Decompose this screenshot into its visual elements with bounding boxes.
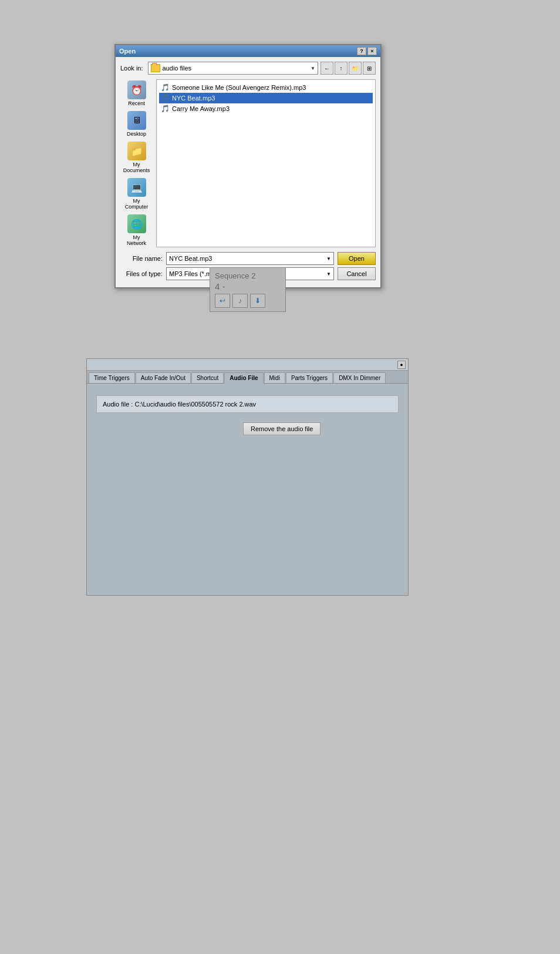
tab-parts-triggers[interactable]: Parts Triggers: [286, 372, 333, 383]
properties-panel: ● Time Triggers Auto Fade In/Out Shortcu…: [86, 358, 409, 596]
file-name-row: File name: NYC Beat.mp3 ▼ Open: [120, 252, 376, 265]
look-in-dropdown[interactable]: audio files ▼: [148, 62, 318, 75]
open-dialog: Open ? × Look in: audio files ▼ ← ↑ 📁 ⊞: [114, 44, 382, 288]
dialog-sidebar: Recent Desktop My Documents My Computer …: [120, 79, 153, 247]
file-name: Someone Like Me (Soul Avengerz Remix).mp…: [172, 84, 306, 91]
tab-shortcut[interactable]: Shortcut: [191, 372, 224, 383]
tab-midi[interactable]: Midi: [264, 372, 285, 383]
mycomp-icon: [127, 178, 146, 197]
remove-audio-button[interactable]: Remove the audio file: [243, 422, 321, 435]
desktop-icon: [127, 111, 146, 130]
file-list-area[interactable]: 🎵 Someone Like Me (Soul Avengerz Remix).…: [156, 79, 376, 247]
tab-dmx-in-dimmer[interactable]: DMX In Dimmer: [333, 372, 386, 383]
filetype-arrow-icon: ▼: [326, 271, 331, 277]
look-in-value: audio files: [163, 65, 309, 72]
sequence-controls: ↩ ♪ ⬇: [215, 294, 281, 308]
back-button[interactable]: ←: [321, 62, 333, 75]
sidebar-desktop-label: Desktop: [127, 131, 146, 137]
filename-arrow-icon: ▼: [326, 256, 331, 261]
file-item[interactable]: 🎵 Someone Like Me (Soul Avengerz Remix).…: [159, 82, 373, 93]
file-icon: 🎵: [161, 94, 170, 102]
dialog-titlebar: Open ? ×: [116, 45, 380, 57]
up-button[interactable]: ↑: [335, 62, 348, 75]
dialog-title: Open: [119, 48, 136, 55]
recent-icon: [127, 80, 146, 99]
help-button[interactable]: ?: [357, 47, 366, 55]
open-button[interactable]: Open: [338, 252, 376, 265]
sequence-number: 4 -: [215, 281, 281, 291]
close-button[interactable]: ×: [367, 47, 377, 55]
tab-auto-fade[interactable]: Auto Fade In/Out: [136, 372, 191, 383]
file-name-label: File name:: [120, 255, 163, 262]
close-icon: ●: [400, 362, 403, 368]
files-of-type-label: Files of type:: [120, 270, 163, 277]
file-name: NYC Beat.mp3: [172, 95, 215, 102]
tab-audio-file[interactable]: Audio File: [224, 372, 263, 384]
sidebar-item-recent[interactable]: Recent: [122, 79, 151, 108]
look-in-row: Look in: audio files ▼ ← ↑ 📁 ⊞: [120, 62, 376, 75]
folder-icon: [151, 64, 160, 72]
panel-content: Audio file : C:\Lucid\audio files\005505…: [87, 384, 408, 595]
tab-time-triggers[interactable]: Time Triggers: [89, 372, 135, 383]
sidebar-item-mydocs[interactable]: My Documents: [122, 140, 151, 174]
sidebar-mydocs-label: My Documents: [123, 162, 150, 173]
file-name: Carry Me Away.mp3: [172, 105, 230, 112]
dropdown-arrow-icon: ▼: [311, 66, 315, 71]
views-button[interactable]: ⊞: [363, 62, 376, 75]
audio-file-label: Audio file :: [103, 401, 133, 408]
undo-button[interactable]: ↩: [215, 294, 230, 308]
sidebar-recent-label: Recent: [128, 100, 145, 106]
sidebar-mynet-label: My Network: [123, 234, 150, 246]
download-button[interactable]: ⬇: [250, 294, 265, 308]
file-name-input[interactable]: NYC Beat.mp3 ▼: [166, 252, 334, 265]
look-in-label: Look in:: [120, 65, 143, 72]
audio-file-display: Audio file : C:\Lucid\audio files\005505…: [96, 395, 399, 413]
sidebar-item-desktop[interactable]: Desktop: [122, 110, 151, 138]
panel-tabs: Time Triggers Auto Fade In/Out Shortcut …: [87, 371, 408, 384]
sidebar-item-mynet[interactable]: My Network: [122, 213, 151, 247]
cancel-button[interactable]: Cancel: [338, 267, 376, 280]
dialog-body: Look in: audio files ▼ ← ↑ 📁 ⊞ Recent: [116, 57, 380, 287]
file-icon: 🎵: [161, 83, 170, 92]
dialog-content-area: Recent Desktop My Documents My Computer …: [120, 79, 376, 247]
file-item[interactable]: 🎵 Carry Me Away.mp3: [159, 103, 373, 114]
file-icon: 🎵: [161, 105, 170, 113]
panel-close-button[interactable]: ●: [397, 361, 406, 369]
file-item-selected[interactable]: 🎵 NYC Beat.mp3: [159, 93, 373, 103]
mydocs-icon: [127, 142, 146, 160]
toolbar-buttons: ← ↑ 📁 ⊞: [321, 62, 376, 75]
new-folder-button[interactable]: 📁: [349, 62, 362, 75]
mynet-icon: [127, 214, 146, 233]
audio-file-path: C:\Lucid\audio files\005505572 rock 2.wa…: [134, 401, 256, 408]
dialog-controls: ? ×: [357, 47, 377, 55]
sidebar-item-mycomp[interactable]: My Computer: [122, 177, 151, 211]
audio-button[interactable]: ♪: [232, 294, 248, 308]
sequence-title: Sequence 2: [215, 271, 281, 280]
sidebar-mycomp-label: My Computer: [123, 198, 150, 210]
file-name-value: NYC Beat.mp3: [169, 255, 326, 262]
panel-titlebar: ●: [87, 359, 408, 371]
sequence-widget: Sequence 2 4 - ↩ ♪ ⬇: [210, 267, 286, 312]
